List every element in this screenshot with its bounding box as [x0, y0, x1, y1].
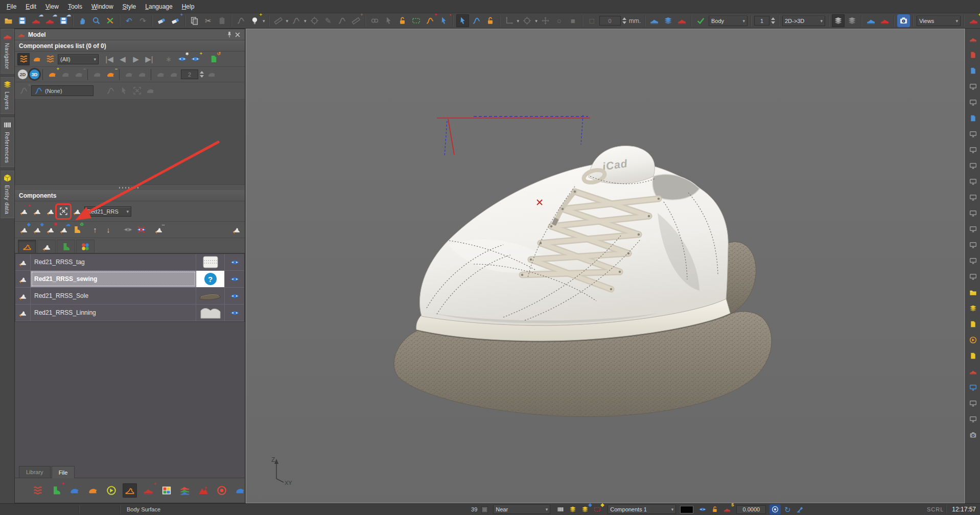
visibility-eye-icon[interactable]: [225, 305, 244, 321]
flatten-shoe-button[interactable]: [648, 14, 661, 27]
comp-move-b-button[interactable]: ◆: [31, 224, 43, 236]
visibility-eye-icon[interactable]: [697, 504, 708, 514]
rb-circle-button[interactable]: [967, 335, 978, 345]
views-select[interactable]: Views▾: [917, 16, 961, 26]
show-plus-eye-button[interactable]: +: [189, 53, 201, 65]
open-cloud-model-button[interactable]: ☁: [30, 14, 42, 27]
red-shoe-button[interactable]: [675, 14, 688, 27]
panel-splitter[interactable]: [15, 185, 245, 190]
component-duplicate-button[interactable]: [31, 205, 43, 218]
comp-extra-button[interactable]: [230, 224, 242, 236]
piece-dots-button[interactable]: ⋮: [233, 483, 247, 498]
comp-cloud-button[interactable]: ☁: [57, 224, 69, 236]
tab-3d-pieces[interactable]: [37, 240, 56, 253]
tab-flat-pieces[interactable]: [18, 240, 36, 253]
visibility-eye-icon[interactable]: [225, 271, 244, 287]
rb-monitor-6-button[interactable]: [967, 176, 978, 186]
dropdown-caret-icon[interactable]: ▾: [304, 18, 307, 24]
sidetab-navigator[interactable]: Navigator: [1, 29, 14, 74]
rb-doc-blue-button[interactable]: [967, 65, 978, 76]
save-cloud-model-button[interactable]: ☁: [43, 14, 56, 27]
curve-add-button[interactable]: +: [424, 14, 436, 27]
select-points-button[interactable]: ▪: [437, 14, 450, 27]
menu-file[interactable]: File: [2, 1, 21, 12]
rb-monitor-11-button[interactable]: [967, 255, 978, 266]
reference-piece-field[interactable]: (None): [31, 85, 94, 96]
erase-button[interactable]: [155, 14, 168, 27]
layers-front-button[interactable]: [832, 14, 845, 27]
menu-language[interactable]: Language: [141, 1, 177, 12]
undo-button[interactable]: ↶: [123, 14, 135, 27]
fit-selection-button[interactable]: [57, 205, 69, 218]
rb-monitor-12-button[interactable]: [967, 271, 978, 282]
copies-input[interactable]: 1: [754, 16, 769, 26]
cut-tools-button[interactable]: [104, 14, 116, 27]
component-row[interactable]: Red21_RRSS_sewing?: [15, 271, 244, 288]
selection-frame-icon[interactable]: ◆: [592, 504, 603, 514]
component-delete-button[interactable]: [44, 205, 56, 218]
rb-monitor-3-button[interactable]: [967, 129, 978, 139]
measure-grid-button[interactable]: [410, 14, 423, 27]
pan-button[interactable]: [76, 14, 89, 27]
dropdown-caret-icon[interactable]: ▾: [263, 18, 265, 24]
price-shoe-icon[interactable]: $: [721, 504, 733, 514]
rb-monitor-9-button[interactable]: [967, 224, 978, 234]
shoe-add-button[interactable]: +: [141, 483, 155, 498]
sidetab-references[interactable]: References: [1, 118, 14, 167]
piece-lines-button[interactable]: [44, 53, 56, 65]
comp-up-button[interactable]: ↑: [89, 224, 101, 236]
component-add-button[interactable]: +: [17, 205, 30, 218]
mode-select[interactable]: 2D->3D▾: [782, 16, 825, 26]
rb-monitor-10-button[interactable]: [967, 240, 978, 250]
piece-blue-button[interactable]: [67, 483, 82, 498]
last-piece-button[interactable]: ▶|: [143, 53, 155, 65]
component-thumbnail-cell[interactable]: [196, 288, 225, 304]
pin-icon[interactable]: [225, 31, 234, 39]
piece-remove-button[interactable]: −: [104, 68, 116, 81]
select-button[interactable]: [456, 14, 469, 27]
lamp-icon[interactable]: [794, 504, 805, 514]
rb-doc-red-button[interactable]: [967, 50, 978, 60]
pieces-stack-button[interactable]: [17, 53, 30, 65]
snapshot-button[interactable]: [215, 483, 229, 498]
component-row[interactable]: Red21_RRSS_tag: [15, 254, 244, 271]
sync-icon[interactable]: ↻: [782, 504, 793, 514]
rb-camera-button[interactable]: [967, 430, 978, 440]
comp-move-a-button[interactable]: ◆: [17, 224, 30, 236]
palette-shoe-button[interactable]: [159, 483, 174, 498]
barcode-icon[interactable]: [555, 504, 566, 514]
piece-orange-button[interactable]: [86, 483, 100, 498]
sidetab-layers[interactable]: Layers: [1, 77, 14, 114]
tab-file[interactable]: File: [52, 466, 75, 478]
dropdown-caret-icon[interactable]: ▾: [286, 18, 289, 24]
copy-button[interactable]: [188, 14, 201, 27]
menu-window[interactable]: Window: [87, 1, 118, 12]
menu-edit[interactable]: Edit: [21, 1, 41, 12]
shoe-3d-model[interactable]: iCad: [371, 111, 821, 428]
rb-monitor-1-button[interactable]: [967, 81, 978, 91]
curve-tool-button[interactable]: [470, 14, 483, 27]
layers-all-button[interactable]: [846, 14, 858, 27]
lock-open-icon[interactable]: [709, 504, 720, 514]
menu-help[interactable]: Help: [177, 1, 199, 12]
export-pieces-button[interactable]: ↺: [207, 53, 220, 65]
close-icon[interactable]: [234, 31, 242, 39]
comp-down-button[interactable]: ↓: [102, 224, 114, 236]
spinner-control[interactable]: [771, 17, 775, 24]
rb-monitor-4-button[interactable]: [967, 145, 978, 155]
component-thumbnail-cell[interactable]: [196, 254, 225, 270]
sidetab-entity-data[interactable]: Entity data: [1, 171, 14, 218]
spinner-control[interactable]: [200, 71, 204, 78]
show-all-eye-button[interactable]: ∗: [176, 53, 188, 65]
body-select[interactable]: Body▾: [709, 16, 748, 26]
menu-style[interactable]: Style: [118, 1, 141, 12]
rb-layers-button[interactable]: [967, 303, 978, 313]
rb-doc-yellow-button[interactable]: [967, 319, 978, 329]
rb-model-button[interactable]: [967, 34, 978, 44]
dropdown-caret-icon[interactable]: ▾: [535, 18, 538, 24]
comp-import-button[interactable]: ♻: [71, 224, 83, 236]
component-load-button[interactable]: [71, 205, 83, 218]
next-piece-button[interactable]: ▶: [130, 53, 142, 65]
lock-button[interactable]: [484, 14, 497, 27]
pieces-list-button[interactable]: [31, 483, 45, 498]
